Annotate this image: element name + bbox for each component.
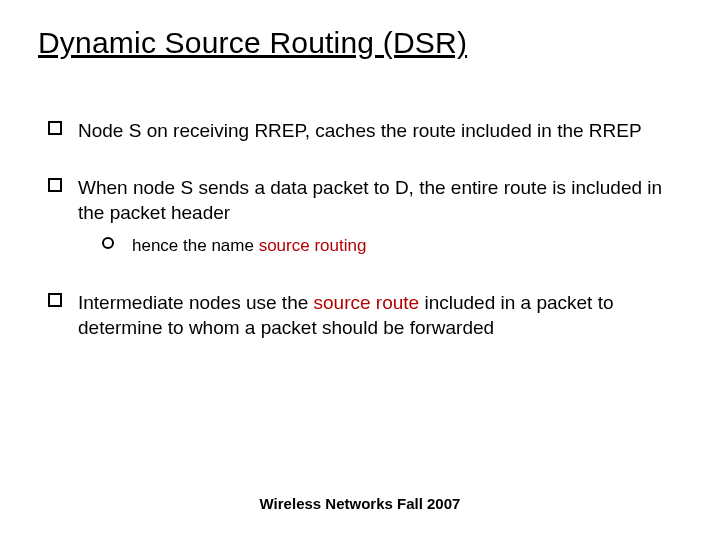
bullet-item: Intermediate nodes use the source route … bbox=[48, 290, 676, 340]
sub-bullet-text: hence the name bbox=[132, 236, 259, 255]
circle-bullet-icon bbox=[102, 237, 114, 249]
bullet-text-pre: Intermediate nodes use the bbox=[78, 292, 314, 313]
bullet-text: When node S sends a data packet to D, th… bbox=[78, 177, 662, 223]
square-bullet-icon bbox=[48, 178, 62, 192]
square-bullet-icon bbox=[48, 121, 62, 135]
sub-bullet-item: hence the name source routing bbox=[102, 235, 676, 258]
square-bullet-icon bbox=[48, 293, 62, 307]
bullet-item: Node S on receiving RREP, caches the rou… bbox=[48, 118, 676, 143]
slide-body: Node S on receiving RREP, caches the rou… bbox=[48, 118, 676, 372]
bullet-text: Node S on receiving RREP, caches the rou… bbox=[78, 120, 642, 141]
slide-footer: Wireless Networks Fall 2007 bbox=[0, 495, 720, 512]
slide-title: Dynamic Source Routing (DSR) bbox=[38, 26, 467, 60]
bullet-item: When node S sends a data packet to D, th… bbox=[48, 175, 676, 258]
highlight-text: source routing bbox=[259, 236, 367, 255]
slide: Dynamic Source Routing (DSR) Node S on r… bbox=[0, 0, 720, 540]
highlight-text: source route bbox=[314, 292, 420, 313]
